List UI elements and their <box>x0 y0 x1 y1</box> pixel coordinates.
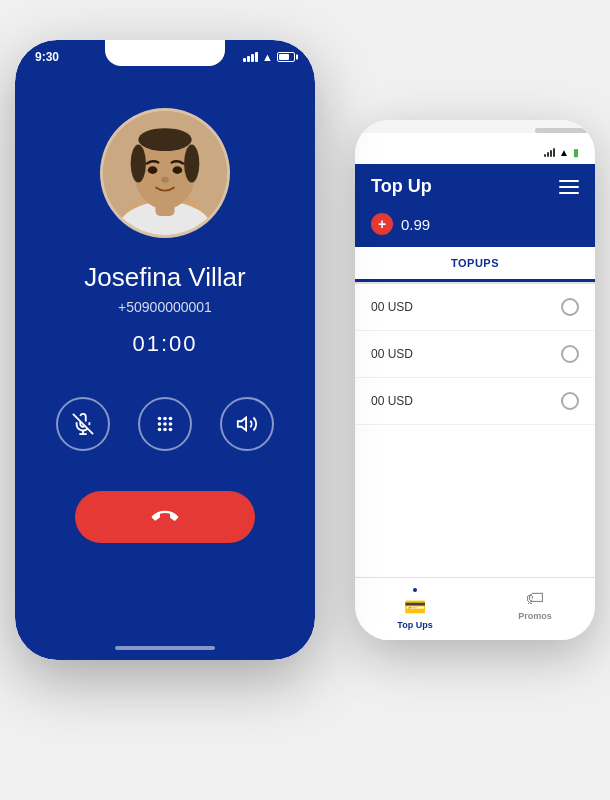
call-timer: 01:00 <box>132 331 197 357</box>
wifi-icon: ▲ <box>262 51 273 63</box>
svg-point-6 <box>131 144 146 182</box>
svg-point-7 <box>184 144 199 182</box>
back-phone-screen: ▲ ▮ Top Up + 0.99 TOPUPS <box>355 120 595 640</box>
add-balance-button[interactable]: + <box>371 213 393 235</box>
back-status-bar: ▲ ▮ <box>355 133 595 164</box>
bottom-nav: 💳 Top Ups 🏷 Promos <box>355 577 595 640</box>
svg-point-14 <box>158 417 162 421</box>
call-controls <box>56 397 274 451</box>
topup-radio-3[interactable] <box>561 392 579 410</box>
back-wifi-icon: ▲ <box>559 147 569 158</box>
caller-avatar <box>100 108 230 238</box>
front-phone-screen: 9:30 ▲ <box>15 40 315 660</box>
status-time: 9:30 <box>35 50 59 64</box>
topup-row-3: 00 USD <box>355 378 595 425</box>
notch <box>105 40 225 66</box>
tabs-row: TOPUPS <box>355 247 595 284</box>
svg-point-18 <box>163 422 167 426</box>
topup-row-1: 00 USD <box>355 284 595 331</box>
back-battery-icon: ▮ <box>573 147 579 158</box>
topups-icon: 💳 <box>404 596 426 618</box>
svg-point-19 <box>169 422 173 426</box>
caller-number: +50900000001 <box>118 299 212 315</box>
back-top-bar <box>535 128 595 133</box>
balance-amount: 0.99 <box>401 216 430 233</box>
signal-icon <box>243 52 258 62</box>
dialpad-button[interactable] <box>138 397 192 451</box>
svg-point-5 <box>138 128 191 151</box>
nav-item-topups[interactable]: 💳 Top Ups <box>355 584 475 634</box>
promos-label: Promos <box>518 611 552 621</box>
tab-topups[interactable]: TOPUPS <box>355 247 595 282</box>
caller-name: Josefina Villar <box>84 262 245 293</box>
svg-point-20 <box>158 428 162 432</box>
battery-icon <box>277 52 295 62</box>
nav-item-promos[interactable]: 🏷 Promos <box>475 584 595 634</box>
home-indicator <box>115 646 215 650</box>
back-header: Top Up <box>355 164 595 209</box>
front-phone: 9:30 ▲ <box>15 40 315 660</box>
back-signal-icon <box>544 148 555 157</box>
svg-marker-23 <box>238 418 246 431</box>
scene: 9:30 ▲ <box>15 20 595 780</box>
topup-radio-2[interactable] <box>561 345 579 363</box>
balance-row: + 0.99 <box>355 209 595 247</box>
svg-point-10 <box>161 177 169 183</box>
active-dot <box>413 588 417 592</box>
svg-point-9 <box>173 166 183 174</box>
svg-point-17 <box>158 422 162 426</box>
topup-radio-1[interactable] <box>561 298 579 316</box>
svg-point-15 <box>163 417 167 421</box>
topup-price-3: 00 USD <box>371 394 413 408</box>
speaker-button[interactable] <box>220 397 274 451</box>
svg-point-22 <box>169 428 173 432</box>
topup-price-1: 00 USD <box>371 300 413 314</box>
topup-price-2: 00 USD <box>371 347 413 361</box>
svg-point-8 <box>148 166 158 174</box>
hamburger-menu[interactable] <box>559 180 579 194</box>
svg-point-16 <box>169 417 173 421</box>
mute-button[interactable] <box>56 397 110 451</box>
end-call-button[interactable] <box>75 491 255 543</box>
topup-list: 00 USD 00 USD 00 USD <box>355 284 595 577</box>
status-icons: ▲ <box>243 51 295 63</box>
promos-icon: 🏷 <box>526 588 544 609</box>
back-phone: ▲ ▮ Top Up + 0.99 TOPUPS <box>355 120 595 640</box>
topups-label: Top Ups <box>397 620 432 630</box>
back-title: Top Up <box>371 176 432 197</box>
topup-row-2: 00 USD <box>355 331 595 378</box>
svg-point-21 <box>163 428 167 432</box>
